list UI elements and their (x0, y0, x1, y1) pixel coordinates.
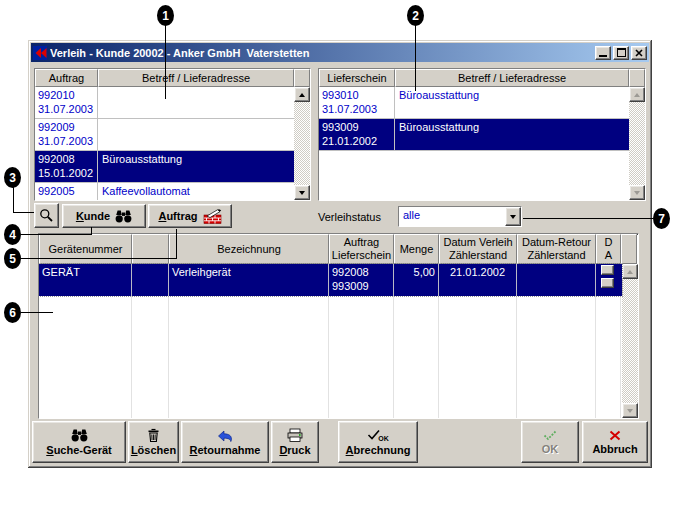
lieferschein-list-scrollbar[interactable] (629, 87, 645, 200)
callout-5-number: 5 (9, 252, 16, 266)
auftrag-betreff (98, 119, 294, 150)
close-icon (635, 49, 643, 57)
verleihstatus-value: alle (399, 207, 505, 226)
druck-button[interactable]: Druck (271, 421, 319, 463)
maximize-button[interactable] (613, 46, 629, 60)
lieferschein-nr: 993009 (322, 120, 394, 134)
column-header-datum-verleih[interactable]: Datum Verleih Zählerstand (439, 234, 517, 264)
geraete-rows: GERÄT Verleihgerät 992008 993009 5,00 21… (39, 264, 622, 418)
auftrag-row-4[interactable]: 992005 Kaffeevollautomat (35, 183, 294, 200)
checkbox-a[interactable] (601, 278, 614, 288)
scroll-down-button[interactable] (629, 185, 645, 200)
scroll-down-button[interactable] (294, 185, 310, 200)
titlebar[interactable]: Verleih - Kunde 20002 - Anker GmbH Vater… (31, 43, 649, 62)
column-header-menge[interactable]: Menge (394, 234, 439, 264)
cell-datum-verleih: 21.01.2002 (439, 264, 517, 296)
scroll-down-button[interactable] (622, 403, 638, 418)
callout-7: 7 (653, 208, 670, 229)
column-header-auftrag[interactable]: Auftrag (35, 69, 98, 87)
checkbox-d[interactable] (601, 265, 614, 275)
auftrag-datum: 15.01.2002 (38, 166, 97, 180)
abrechnung-button[interactable]: OK Abrechnung (338, 421, 418, 463)
lieferschein-datum: 31.07.2003 (322, 102, 394, 116)
scroll-track[interactable] (629, 102, 645, 185)
return-arrow-icon (217, 429, 233, 442)
lieferschein-rows: 99301031.07.2003 Büroausstattung 9930092… (319, 87, 629, 200)
column-header-auftrag-lieferschein[interactable]: Auftrag Lieferschein (329, 234, 394, 264)
callout-1: 1 (157, 5, 174, 26)
suche-geraet-button[interactable]: Suche-Gerät (32, 421, 126, 463)
callout-4: 4 (4, 224, 21, 245)
column-header-lieferschein[interactable]: Lieferschein (319, 69, 395, 87)
geraete-table-header: Gerätenummer Bezeichnung Auftrag Liefers… (39, 234, 638, 264)
header-text: Menge (400, 243, 434, 256)
check-ok-icon: OK (367, 429, 389, 442)
scroll-track[interactable] (294, 102, 310, 185)
arrow-up-icon (627, 270, 633, 274)
header-text: Bezeichnung (217, 243, 281, 256)
auftrag-nr: 992009 (38, 120, 97, 134)
auftrag-rows: 99201031.07.2003 99200931.07.2003 992008… (35, 87, 294, 200)
auftrag-button[interactable]: Auftrag (148, 204, 232, 228)
scroll-track[interactable] (622, 279, 638, 403)
combo-dropdown-button[interactable] (505, 207, 521, 226)
abbruch-button[interactable]: Abbruch (582, 421, 648, 463)
loeschen-button[interactable]: Löschen (128, 421, 179, 463)
column-header-betreff[interactable]: Betreff / Lieferadresse (98, 69, 294, 87)
magnifier-icon (39, 208, 54, 223)
lieferschein-betreff: Büroausstattung (395, 119, 629, 150)
window-title: Verleih - Kunde 20002 - Anker GmbH Vater… (50, 47, 592, 59)
column-header-geraetenummer[interactable]: Gerätenummer (39, 234, 132, 264)
column-header-da[interactable]: D A (596, 234, 621, 264)
column-header-betreff[interactable]: Betreff / Lieferadresse (395, 69, 629, 87)
cell-bezeichnung: Verleihgerät (169, 264, 329, 296)
auftrag-list: Auftrag Betreff / Lieferadresse 99201031… (34, 68, 311, 201)
auftrag-row-2[interactable]: 99200931.07.2003 (35, 119, 294, 151)
verleih-window: Verleih - Kunde 20002 - Anker GmbH Vater… (28, 40, 652, 468)
abrechnung-label: Abrechnung (346, 444, 411, 456)
auftrag-button-label: Auftrag (158, 210, 197, 222)
scroll-up-button[interactable] (629, 87, 645, 102)
auftrag-row-1[interactable]: 99201031.07.2003 (35, 87, 294, 119)
auftrag-nr: 992008 (38, 152, 97, 166)
auftrag-row-3-selected[interactable]: 99200815.01.2002 Büroausstattung (35, 151, 294, 183)
maximize-icon (617, 48, 626, 57)
search-button[interactable] (34, 203, 59, 228)
retournahme-label: Retournahme (190, 444, 261, 456)
kunde-button[interactable]: Kunde (62, 204, 146, 228)
lieferschein-row-2-selected[interactable]: 99300921.01.2002 Büroausstattung (319, 119, 629, 151)
cell-auftrag-lieferschein: 992008 993009 (329, 264, 394, 296)
scroll-up-button[interactable] (622, 264, 638, 279)
arrow-up-icon (634, 93, 640, 97)
callout-2: 2 (407, 5, 424, 26)
lieferschein-row-1[interactable]: 99301031.07.2003 Büroausstattung (319, 87, 629, 119)
callout-5: 5 (4, 248, 21, 269)
binoculars-icon (115, 209, 132, 223)
column-header-datum-retour[interactable]: Datum-Retour Zählerstand (517, 234, 596, 264)
auftrag-datum: 31.07.2003 (38, 134, 97, 148)
cell-da (596, 264, 621, 296)
minimize-button[interactable] (595, 46, 611, 60)
scroll-up-button[interactable] (294, 87, 310, 102)
callout-1-number: 1 (162, 9, 169, 23)
auftrag-list-scrollbar[interactable] (294, 87, 310, 200)
arrow-down-icon (627, 409, 633, 413)
column-header-empty[interactable] (132, 234, 169, 264)
geraete-table-scrollbar[interactable] (622, 264, 638, 418)
auftrag-betreff: Kaffeevollautomat (98, 183, 294, 200)
header-text: Gerätenummer (49, 243, 123, 256)
geraet-row-selected[interactable]: GERÄT Verleihgerät 992008 993009 5,00 21… (39, 264, 622, 296)
close-button[interactable] (631, 46, 647, 60)
cell-auftrag-nr: 992008 (332, 265, 390, 279)
arrow-down-icon (510, 215, 516, 219)
kunde-button-label: Kunde (76, 210, 110, 222)
suche-geraet-label: Suche-Gerät (46, 444, 111, 456)
callout-6-number: 6 (9, 306, 16, 320)
verleihstatus-combobox[interactable]: alle (398, 206, 522, 227)
column-header-bezeichnung[interactable]: Bezeichnung (169, 234, 329, 264)
check-ok-icon-text: OK (378, 435, 389, 442)
auftrag-betreff (98, 87, 294, 118)
window-controls (595, 46, 647, 60)
callout-4-number: 4 (9, 228, 16, 242)
retournahme-button[interactable]: Retournahme (181, 421, 269, 463)
